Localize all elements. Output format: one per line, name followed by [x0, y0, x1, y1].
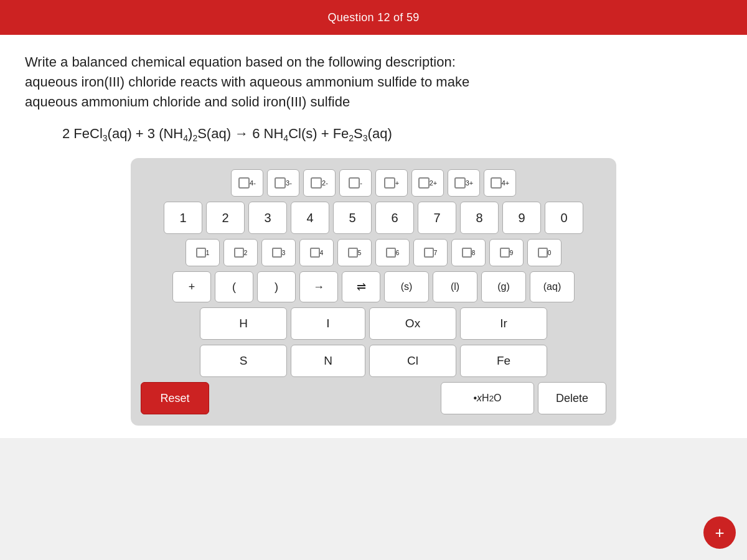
- key-sub-8[interactable]: 8: [451, 239, 486, 266]
- key-plus[interactable]: +: [172, 271, 211, 302]
- number-row: 1 2 3 4 5 6 7 8 9 0: [141, 202, 606, 234]
- key-sup-2plus[interactable]: 2+: [411, 169, 444, 197]
- key-sub-2[interactable]: 2: [223, 239, 258, 266]
- key-sub-5[interactable]: 5: [337, 239, 372, 266]
- equation-display: 2 FeCl3(aq) + 3 (NH4)2S(aq) → 6 NH4Cl(s)…: [62, 126, 722, 143]
- key-num-4[interactable]: 4: [291, 202, 329, 234]
- key-elem-H[interactable]: H: [200, 307, 287, 340]
- key-num-3[interactable]: 3: [248, 202, 287, 234]
- key-sub-9[interactable]: 9: [489, 239, 524, 266]
- delete-button[interactable]: Delete: [538, 382, 606, 414]
- key-num-2[interactable]: 2: [206, 202, 245, 234]
- key-sup-minus[interactable]: -: [339, 169, 372, 197]
- key-elem-N[interactable]: N: [291, 345, 365, 377]
- symbol-row: + ( ) → ⇌ (s) (l) (g) (aq): [141, 271, 606, 302]
- key-close-paren[interactable]: ): [257, 271, 296, 302]
- key-num-7[interactable]: 7: [418, 202, 456, 234]
- key-sub-4[interactable]: 4: [299, 239, 334, 266]
- plus-circle-button[interactable]: +: [703, 516, 736, 549]
- superscript-row: 4- 3- 2- - + 2+ 3+ 4+: [141, 169, 606, 197]
- key-num-9[interactable]: 9: [502, 202, 541, 234]
- question-counter: Question 12 of 59: [327, 11, 419, 24]
- key-num-5[interactable]: 5: [333, 202, 372, 234]
- key-aqueous[interactable]: (aq): [530, 271, 575, 302]
- key-elem-Cl[interactable]: Cl: [369, 345, 456, 377]
- key-sub-0[interactable]: 0: [527, 239, 561, 266]
- water-key[interactable]: • x H2O: [441, 382, 534, 414]
- key-arrow[interactable]: →: [299, 271, 338, 302]
- key-sub-3[interactable]: 3: [261, 239, 296, 266]
- key-elem-Ir[interactable]: Ir: [460, 307, 547, 340]
- key-solid[interactable]: (s): [384, 271, 429, 302]
- main-content: Write a balanced chemical equation based…: [0, 35, 747, 438]
- key-liquid[interactable]: (l): [433, 271, 477, 302]
- key-num-6[interactable]: 6: [375, 202, 414, 234]
- key-elem-I[interactable]: I: [291, 307, 365, 340]
- key-sup-4minus[interactable]: 4-: [231, 169, 263, 197]
- top-bar: Question 12 of 59: [0, 0, 747, 35]
- key-sup-plus[interactable]: +: [375, 169, 408, 197]
- key-open-paren[interactable]: (: [215, 271, 253, 302]
- element-row-1: H I Ox Ir: [141, 307, 606, 340]
- key-elem-Fe[interactable]: Fe: [460, 345, 547, 377]
- reset-button[interactable]: Reset: [141, 382, 209, 414]
- key-sup-4plus[interactable]: 4+: [484, 169, 516, 197]
- question-text: Write a balanced chemical equation based…: [25, 52, 722, 112]
- key-num-1[interactable]: 1: [164, 202, 202, 234]
- key-sup-3minus[interactable]: 3-: [267, 169, 299, 197]
- key-elem-S[interactable]: S: [200, 345, 287, 377]
- key-sub-6[interactable]: 6: [375, 239, 410, 266]
- bottom-row: Reset • x H2O Delete: [141, 382, 606, 414]
- key-sup-3plus[interactable]: 3+: [448, 169, 480, 197]
- key-sub-7[interactable]: 7: [413, 239, 448, 266]
- key-equilibrium[interactable]: ⇌: [342, 271, 380, 302]
- chemistry-keyboard: 4- 3- 2- - + 2+ 3+ 4+: [131, 158, 616, 426]
- key-elem-Ox[interactable]: Ox: [369, 307, 456, 340]
- subscript-row: 1 2 3 4 5 6 7 8 9: [141, 239, 606, 266]
- key-gas[interactable]: (g): [481, 271, 526, 302]
- key-num-0[interactable]: 0: [545, 202, 583, 234]
- key-sub-1[interactable]: 1: [186, 239, 220, 266]
- element-row-2: S N Cl Fe: [141, 345, 606, 377]
- key-num-8[interactable]: 8: [460, 202, 499, 234]
- key-sup-2minus[interactable]: 2-: [303, 169, 336, 197]
